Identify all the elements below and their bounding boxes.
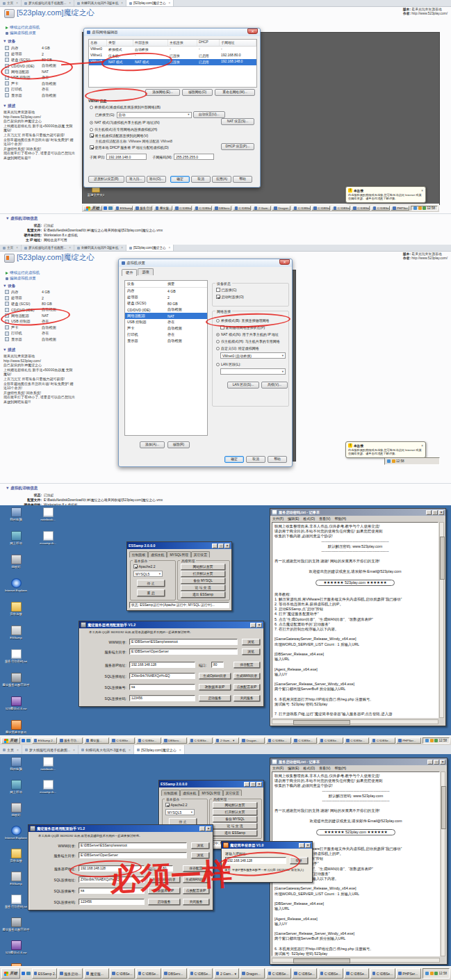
taskbar-button[interactable]: PHPSer... — [396, 737, 421, 744]
taskbar-button[interactable]: C:\DBSe... — [344, 737, 369, 744]
device-row[interactable]: 网络适配器NAT — [0, 313, 76, 319]
restart-button[interactable]: 重 启 — [137, 589, 165, 596]
advanced-button[interactable]: 高级(V)... — [261, 382, 288, 389]
vm-tab[interactable]: 梦大精服吃鸡遁手机教图...× — [22, 245, 74, 251]
menu-item[interactable]: 编辑(E) — [288, 516, 299, 521]
tab-close-icon[interactable]: × — [179, 748, 181, 752]
essamp-action-button[interactable]: 网站默认首页 — [181, 564, 225, 570]
add-network-button[interactable]: 添加网络(E)... — [145, 89, 180, 96]
taskbar-button[interactable]: 2 Gam... ▾ — [214, 968, 239, 978]
minimize-button[interactable]: _ — [199, 826, 205, 831]
tab-close-icon[interactable]: × — [69, 246, 71, 250]
taskbar-button[interactable]: C:\DBSe... — [370, 737, 395, 744]
dhcp-checkbox[interactable]: 使用本地 DHCP 服务将 IP 地址分配给虚拟机(D) — [90, 145, 169, 149]
host-only-radio[interactable]: 仅主机模式(H): 与主机共享的专用网络 — [216, 339, 280, 343]
device-row[interactable]: 声卡自动检测 — [0, 325, 76, 331]
tray-network-icon[interactable] — [425, 972, 429, 975]
vm-details-header[interactable]: ▼ 虚拟机详细信息 — [6, 216, 451, 222]
vnet-row[interactable]: VMnet8NAT 模式NAT 模式已连接已启用192.168.148.0 — [89, 59, 256, 65]
minimize-button[interactable]: _ — [427, 760, 433, 765]
subnet-mask-input[interactable]: 255.255.255.0 — [174, 154, 214, 160]
rename-network-button[interactable]: 重命名网络(W)... — [215, 89, 255, 96]
essamp-tab[interactable]: MYSQL管理 — [199, 790, 222, 796]
desktop-icon[interactable]: 回收站 — [1, 803, 31, 817]
notepad-title-bar[interactable]: 服务启动密码.txt - 记事本 _□× — [270, 509, 445, 516]
essamp-action-button[interactable]: 网站默认首页 — [213, 802, 257, 808]
close-button[interactable]: × — [440, 760, 445, 765]
close-button[interactable]: × — [305, 843, 311, 848]
taskbar-button[interactable]: C:\DBSe... — [292, 737, 317, 744]
horizontal-scrollbar[interactable] — [272, 719, 438, 724]
settings-device-row[interactable]: 处理器2 — [125, 294, 207, 300]
desktop-icon[interactable]: 网上邻居 — [1, 531, 31, 545]
tray-app-icon[interactable] — [423, 206, 426, 210]
essamp-tab[interactable]: MYSQL管理 — [167, 551, 190, 557]
remove-hardware-button[interactable]: 移除(R) — [167, 441, 190, 448]
menu-item[interactable]: 帮助(H) — [335, 516, 347, 521]
gen-option-button[interactable]: 生成Option目录 — [148, 876, 180, 883]
close-button[interactable]: × — [256, 623, 262, 628]
device-row[interactable]: CD/DVD (IDE)自动检测 — [0, 63, 76, 70]
tab-close-icon[interactable]: × — [129, 748, 131, 752]
settings-device-row[interactable]: 网络适配器NAT — [125, 313, 207, 319]
taskbar-button[interactable]: C:\DBSe... — [331, 206, 350, 211]
tab-options[interactable]: 选项 — [138, 268, 153, 275]
tray-network-icon[interactable] — [387, 459, 391, 463]
devices-header[interactable]: ▼ 设备 — [3, 284, 15, 289]
tab-close-icon[interactable]: × — [17, 748, 19, 752]
start-service-button[interactable]: 启动服务 — [148, 899, 180, 905]
start-button[interactable]: 开始 — [1, 968, 20, 978]
helper-title-bar[interactable]: 魔绽服务器通用配置助手 V1.2 _× — [28, 825, 213, 832]
desktop-icon[interactable]: notebook... — [33, 757, 63, 771]
tab-close-icon[interactable]: × — [121, 1, 123, 5]
device-row[interactable]: 显示器自动检测 — [0, 92, 76, 99]
notepad-title-bar[interactable]: 服务启动密码.txt - 记事本 _□× — [270, 758, 447, 765]
change-table-ip-button[interactable]: 点换配置表IP — [233, 684, 260, 690]
close-button[interactable]: × — [206, 826, 211, 831]
taskbar-button[interactable]: DBServ... — [162, 737, 187, 744]
change-db-ip-button[interactable]: 改数据库表IP — [148, 888, 180, 894]
taskbar-button[interactable]: C:\DBSe... — [233, 206, 252, 211]
taskbar-button[interactable]: C:\DBSe... — [266, 737, 291, 744]
taskbar-button[interactable]: C:\DBSe... — [173, 206, 192, 211]
taskbar-button[interactable]: C:\DBSe... — [318, 968, 343, 978]
dhcp-settings-button[interactable]: DHCP 设置(P)... — [221, 143, 254, 150]
quick-launch-ie-icon[interactable] — [22, 739, 26, 743]
device-row[interactable]: 网络适配器NAT — [0, 69, 76, 75]
port-input[interactable]: 80 — [161, 865, 173, 872]
quick-launch-ie-icon[interactable] — [22, 972, 26, 976]
desktop-icon[interactable]: ESSamp — [1, 872, 31, 885]
device-row[interactable]: 内存4 GB — [0, 45, 76, 51]
taskbar-button[interactable]: 魔绽服... — [84, 737, 109, 744]
menu-item[interactable]: 文件(F) — [272, 766, 284, 770]
essamp-tab[interactable]: 其它设置 — [223, 790, 242, 796]
stop-service-button[interactable]: 关闭服务 — [183, 899, 209, 905]
settings-device-row[interactable]: 硬盘 (SCSI)80 GB — [125, 300, 207, 307]
stop-button[interactable]: 停 止 — [137, 580, 165, 587]
taskbar-button[interactable]: DBServ... — [213, 206, 231, 211]
edit-vm-settings-link[interactable]: 编辑虚拟机设置 — [6, 276, 36, 281]
tab-close-icon[interactable]: × — [16, 1, 18, 5]
tray-warning-icon[interactable] — [430, 972, 434, 975]
nat-radio[interactable]: NAT 模式(N): 用于共享主机的 IP 地址 — [216, 332, 279, 336]
login-ip-input[interactable]: 192.168.148.128 — [225, 857, 286, 864]
subnet-ip-input[interactable]: 192.168.148.0 — [106, 154, 147, 160]
server-ip-input[interactable]: 192.168.148.128 — [79, 865, 145, 872]
vm-tab[interactable]: [523play.com]魔绽之心× — [134, 745, 185, 754]
sql-password-input[interactable]: 123456 — [129, 695, 195, 701]
sql-address-input[interactable]: ZXbtn9rk7iNABXQzH+EQ — [129, 673, 195, 679]
vm-details-header[interactable]: ▼ 虚拟机详细信息 — [6, 486, 451, 491]
taskbar-button[interactable]: C:\DBSe... — [136, 737, 161, 744]
essamp-tab[interactable]: 虚拟主机 — [148, 551, 167, 557]
quick-launch-desktop-icon[interactable] — [26, 739, 31, 743]
lan-segments-button[interactable]: LAN 区段(S)... — [227, 382, 259, 389]
minimize-button[interactable]: _ — [250, 623, 256, 628]
maximize-button[interactable]: □ — [250, 782, 256, 787]
close-button[interactable]: ✕ — [279, 259, 290, 265]
apache-checkbox[interactable]: Apache2.2 — [165, 803, 187, 807]
bridged-to-select[interactable]: 自动 — [117, 112, 192, 118]
ok-button[interactable]: 确定 — [170, 176, 190, 183]
taskbar-button[interactable]: C:\DBSe... — [318, 737, 343, 744]
nat-mode-radio[interactable]: NAT 模式(与虚拟机共享主机的 IP 地址)(N) — [90, 120, 160, 124]
tab-close-icon[interactable]: × — [169, 1, 171, 5]
